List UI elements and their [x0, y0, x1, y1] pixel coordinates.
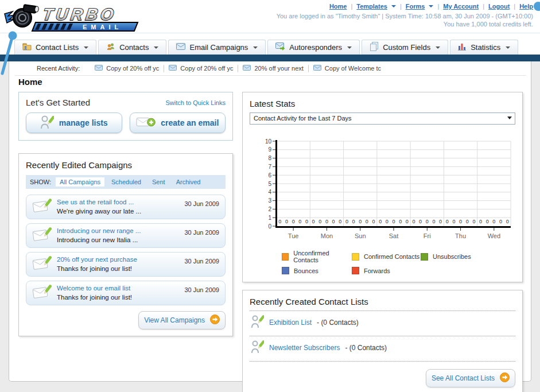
email-icon: [313, 65, 321, 72]
svg-text:Mon: Mon: [321, 232, 333, 239]
campaign-row[interactable]: Introducing our new range ... Introducin…: [26, 223, 226, 248]
contact-list-item[interactable]: Exhibition List - (0 Contacts): [250, 311, 515, 332]
get-started-panel: Let's Get Started Switch to Quick Links …: [18, 92, 233, 141]
stats-dropdown[interactable]: Contact Activity for the Last 7 Days: [250, 112, 515, 125]
tab-label: Contact Lists: [36, 43, 79, 52]
svg-text:0: 0: [426, 219, 429, 224]
svg-text:8: 8: [268, 155, 271, 161]
recent-activity-text: 20% off your next: [254, 65, 303, 72]
button-label: manage lists: [59, 118, 108, 127]
svg-text:0: 0: [386, 219, 389, 224]
tab-contacts[interactable]: Contacts: [98, 40, 166, 55]
filter-archived[interactable]: Archived: [172, 177, 205, 187]
latest-stats-title: Latest Stats: [250, 99, 515, 108]
svg-text:0: 0: [432, 219, 435, 224]
arrow-icon: [210, 315, 220, 326]
page-title: Home: [18, 77, 42, 87]
campaign-filter-bar: SHOW: All Campaigns Scheduled Sent Archi…: [26, 175, 226, 189]
nav-templates-link[interactable]: Templates: [356, 3, 387, 10]
filter-all-campaigns[interactable]: All Campaigns: [56, 177, 104, 187]
credits-info: You have 1,000 total credits left.: [444, 21, 533, 28]
legend-item: Unsubscribes: [421, 250, 515, 263]
svg-text:0: 0: [412, 219, 415, 224]
header-divider: [0, 33, 540, 33]
nav-separator: |: [483, 3, 484, 10]
recently-edited-campaigns-panel: Recently Edited Campaigns SHOW: All Camp…: [18, 153, 233, 336]
recent-activity-item[interactable]: Copy of 20% off yc: [169, 65, 233, 72]
recent-activity-item[interactable]: Copy of Welcome tc: [313, 65, 381, 72]
nav-forms-link[interactable]: Forms: [406, 3, 425, 10]
switch-quick-links[interactable]: Switch to Quick Links: [165, 99, 226, 106]
nav-home-link[interactable]: Home: [329, 3, 347, 10]
svg-text:Wed: Wed: [488, 232, 500, 239]
nav-my-account-link[interactable]: My Account: [443, 3, 479, 10]
chevron-down-icon: [429, 5, 433, 7]
nav-logout-link[interactable]: Logout: [488, 3, 510, 10]
tab-autoresponders[interactable]: Autoresponders: [267, 40, 360, 55]
filter-scheduled[interactable]: Scheduled: [107, 177, 145, 187]
button-label: create an email: [161, 118, 219, 127]
contact-activity-chart: 0123456789100000000000000000000000000000…: [261, 138, 515, 246]
decorative-pointer: [0, 30, 20, 76]
svg-text:0: 0: [292, 219, 295, 224]
contact-list-link[interactable]: Exhibition List: [269, 319, 312, 327]
campaign-row[interactable]: 20% off your next purchase Thanks for jo…: [26, 252, 226, 277]
svg-text:0: 0: [406, 219, 409, 224]
svg-text:0: 0: [466, 219, 469, 224]
tab-custom-fields[interactable]: Custom Fields: [362, 40, 448, 55]
see-all-contact-lists-button[interactable]: See All Contact Lists: [426, 369, 515, 387]
manage-lists-button[interactable]: manage lists: [26, 112, 122, 133]
recent-activity-bar: Recent Activity: Copy of 20% off yc Copy…: [15, 61, 526, 76]
latest-stats-panel: Latest Stats Contact Activity for the La…: [242, 92, 523, 282]
person-pencil-icon: [251, 340, 264, 356]
legend-item: Bounces: [282, 267, 352, 274]
campaign-title-link[interactable]: Welcome to our email list: [57, 284, 132, 293]
legend-item: Confirmed Contacts: [352, 250, 421, 263]
campaign-date: 30 Jun 2009: [184, 258, 219, 265]
chevron-down-icon: [347, 46, 352, 49]
svg-text:0: 0: [479, 219, 482, 224]
legend-item: Unconfirmed Contacts: [282, 250, 352, 263]
svg-text:TURBO: TURBO: [42, 5, 118, 24]
get-started-title: Let's Get Started: [26, 98, 90, 107]
svg-text:0: 0: [506, 219, 509, 224]
campaign-row[interactable]: See us at the retail food ... We're givi…: [26, 195, 226, 219]
left-column: Let's Get Started Switch to Quick Links …: [18, 92, 233, 336]
recently-created-contact-lists-panel: Recently Created Contact Lists Exhibitio…: [242, 290, 523, 392]
svg-text:0: 0: [439, 219, 442, 224]
chevron-down-icon: [84, 46, 88, 49]
view-all-campaigns-button[interactable]: View All Campaigns: [138, 311, 226, 329]
main-content: Recent Activity: Copy of 20% off yc Copy…: [9, 61, 531, 382]
svg-text:0: 0: [392, 219, 395, 224]
svg-text:3: 3: [268, 197, 271, 204]
contact-list-link[interactable]: Newsletter Subscribers: [269, 344, 340, 352]
email-icon: [176, 43, 185, 52]
recent-activity-item[interactable]: Copy of 20% off yc: [95, 65, 159, 72]
recent-activity-text: Copy of 20% off yc: [180, 65, 233, 72]
legend-swatch: [282, 253, 289, 261]
svg-text:Thu: Thu: [455, 232, 466, 239]
divider: [164, 65, 164, 72]
contact-list-item[interactable]: Newsletter Subscribers - (0 Contacts): [250, 336, 515, 357]
tab-contact-lists[interactable]: Contact Lists: [14, 40, 96, 55]
legend-label: Bounces: [294, 267, 318, 274]
legend-label: Confirmed Contacts: [364, 253, 419, 260]
svg-text:6: 6: [268, 172, 271, 178]
recent-activity-item[interactable]: 20% off your next: [243, 65, 303, 72]
create-email-button[interactable]: create an email: [130, 112, 226, 133]
svg-text:0: 0: [459, 219, 462, 224]
campaign-title-link[interactable]: 20% off your next purchase: [57, 255, 137, 265]
campaign-row[interactable]: Welcome to our email list Thanks for joi…: [26, 281, 226, 305]
login-info: You are logged in as "Timothy Smith" | S…: [277, 13, 533, 20]
nav-help-link[interactable]: Help: [519, 3, 533, 10]
contact-list-count: - (0 Contacts): [317, 319, 359, 327]
campaign-subtitle: Thanks for joining our list!: [57, 293, 132, 302]
turbo-email-logo: TURBO EMAIL: [3, 1, 157, 32]
tab-email-campaigns[interactable]: Email Campaigns: [168, 40, 266, 55]
campaign-date: 30 Jun 2009: [184, 200, 219, 207]
campaign-title-link[interactable]: Introducing our new range ...: [57, 227, 141, 236]
campaign-title-link[interactable]: See us at the retail food ...: [57, 198, 141, 207]
chart-legend: Unconfirmed Contacts Confirmed Contacts …: [282, 250, 515, 274]
tab-statistics[interactable]: Statistics: [450, 40, 518, 55]
filter-sent[interactable]: Sent: [148, 177, 169, 187]
